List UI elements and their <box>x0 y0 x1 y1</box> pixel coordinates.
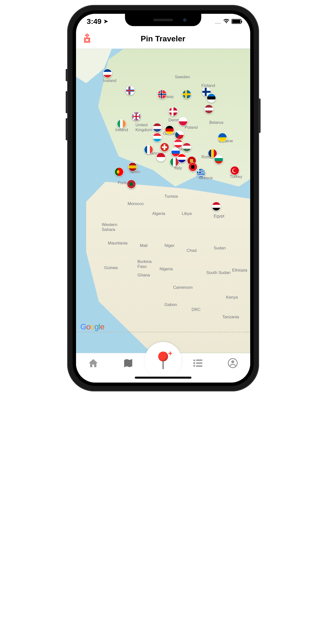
profile-icon <box>227 358 238 368</box>
flag-pin-egypt[interactable] <box>212 202 221 211</box>
google-logo: Google <box>80 322 104 331</box>
tab-home[interactable] <box>88 358 99 370</box>
flag-pin-latvia[interactable] <box>204 104 214 114</box>
flag-pin-portugal[interactable] <box>114 167 124 176</box>
cellular-dots-icon <box>215 17 221 26</box>
flag-pin-poland[interactable] <box>178 117 188 126</box>
flag-pin-uk[interactable] <box>132 112 141 121</box>
share-button[interactable] <box>83 34 91 44</box>
phone-bezel: 3:49 ➤ Pin Traveler <box>73 10 254 386</box>
flag-pin-croatia[interactable] <box>177 154 187 163</box>
flag-pin-austria[interactable] <box>173 139 183 148</box>
svg-point-0 <box>193 360 195 361</box>
front-camera <box>183 18 187 22</box>
phone-frame: 3:49 ➤ Pin Traveler <box>67 5 259 392</box>
pin-add-icon: + <box>158 352 168 369</box>
notch <box>125 14 201 26</box>
add-pin-fab[interactable]: + <box>145 342 182 379</box>
flag-pin-hungary[interactable] <box>182 142 191 152</box>
wifi-icon <box>223 18 230 25</box>
tab-map[interactable] <box>123 358 134 370</box>
equator-line <box>76 332 250 332</box>
page-title: Pin Traveler <box>141 34 185 43</box>
flag-pin-germany[interactable] <box>165 125 174 135</box>
flag-pin-monaco[interactable] <box>156 152 166 162</box>
svg-rect-5 <box>196 365 203 367</box>
flag-pin-sweden[interactable] <box>182 90 191 99</box>
flag-pin-netherlands[interactable] <box>153 123 162 132</box>
battery-icon <box>232 19 241 24</box>
flag-pin-switzerland[interactable] <box>160 142 169 152</box>
svg-rect-1 <box>196 360 203 361</box>
map-icon <box>123 358 134 368</box>
flag-pin-denmark[interactable] <box>169 107 178 116</box>
flag-pin-france[interactable] <box>144 145 153 154</box>
screen: 3:49 ➤ Pin Traveler <box>76 14 250 382</box>
flag-pin-faroe[interactable] <box>125 86 135 95</box>
flag-pin-morocco[interactable] <box>127 180 136 189</box>
flag-pin-greece[interactable] <box>196 168 206 178</box>
home-indicator[interactable] <box>135 377 191 378</box>
flag-pin-ireland[interactable] <box>117 119 126 128</box>
svg-point-2 <box>193 362 195 364</box>
flag-pin-czech[interactable] <box>175 130 184 140</box>
flag-pin-ukraine[interactable] <box>218 133 227 142</box>
status-time: 3:49 <box>87 17 102 26</box>
flag-pin-albania[interactable] <box>188 162 198 172</box>
svg-point-4 <box>193 365 195 366</box>
map-view[interactable]: Google IcelandSwedenFinlandNorwayDenmark… <box>76 49 250 353</box>
mute-switch[interactable] <box>66 69 68 81</box>
flag-pin-luxembourg[interactable] <box>153 133 162 142</box>
svg-point-7 <box>231 360 234 363</box>
nav-bar: Pin Traveler <box>76 29 250 49</box>
list-icon <box>192 358 203 368</box>
power-button[interactable] <box>259 98 261 133</box>
volume-up-button[interactable] <box>66 91 68 113</box>
volume-down-button[interactable] <box>66 118 68 140</box>
flag-pin-estonia[interactable] <box>207 93 216 103</box>
home-icon <box>88 358 99 368</box>
flag-pin-turkey[interactable] <box>230 166 239 175</box>
flag-pin-norway[interactable] <box>157 90 167 99</box>
flag-pin-iceland[interactable] <box>103 69 112 78</box>
flag-pin-bulgaria[interactable] <box>214 155 223 164</box>
earpiece <box>153 19 173 21</box>
tab-list[interactable] <box>192 358 203 370</box>
svg-rect-3 <box>196 362 203 364</box>
flag-pin-spain[interactable] <box>128 162 137 172</box>
tab-profile[interactable] <box>227 358 238 370</box>
location-arrow-icon: ➤ <box>104 18 108 24</box>
